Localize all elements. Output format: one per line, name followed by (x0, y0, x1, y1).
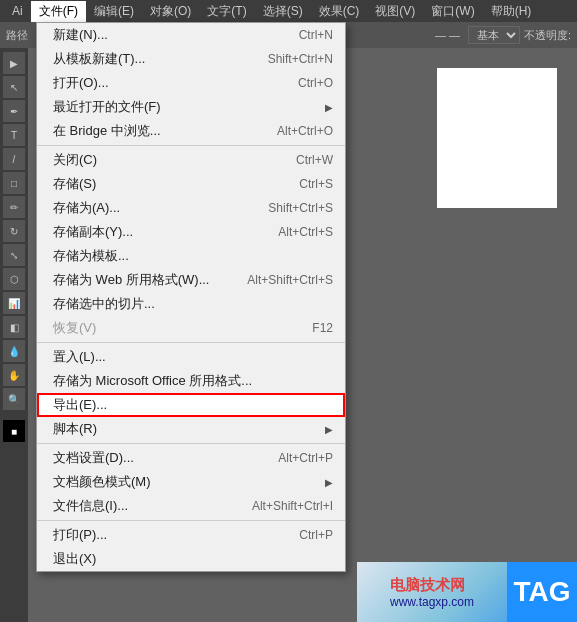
menu-item-open-shortcut: Ctrl+O (298, 76, 333, 90)
watermark-text2: www.tagxp.com (390, 595, 474, 609)
menu-item-new-shortcut: Ctrl+N (299, 28, 333, 42)
menu-item-save-slices-label: 存储选中的切片... (53, 295, 155, 313)
menu-item-save-copy[interactable]: 存储副本(Y)... Alt+Ctrl+S (37, 220, 345, 244)
menu-item-scripts-label: 脚本(R) (53, 420, 97, 438)
tool-scale[interactable]: ⤡ (3, 244, 25, 266)
separator-2 (37, 342, 345, 343)
watermark: 电脑技术网 www.tagxp.com TAG (357, 562, 577, 622)
menu-item-export-label: 导出(E)... (53, 396, 107, 414)
menu-item-recent-label: 最近打开的文件(F) (53, 98, 161, 116)
tool-pen[interactable]: ✒ (3, 100, 25, 122)
toolbar-mode-label: — — (435, 29, 460, 41)
menu-item-close[interactable]: 关闭(C) Ctrl+W (37, 148, 345, 172)
menu-item-scripts[interactable]: 脚本(R) ▶ (37, 417, 345, 441)
menu-item-file-info[interactable]: 文件信息(I)... Alt+Shift+Ctrl+I (37, 494, 345, 518)
submenu-arrow-colormode: ▶ (325, 477, 333, 488)
tool-gradient[interactable]: ◧ (3, 316, 25, 338)
toolbar-opacity-label: 不透明度: (524, 28, 571, 43)
menu-item-save-as-label: 存储为(A)... (53, 199, 120, 217)
menu-item-color-mode[interactable]: 文档颜色模式(M) ▶ (37, 470, 345, 494)
file-menu-dropdown: 新建(N)... Ctrl+N 从模板新建(T)... Shift+Ctrl+N… (36, 22, 346, 572)
tool-blend[interactable]: ⬡ (3, 268, 25, 290)
menu-item-open-label: 打开(O)... (53, 74, 109, 92)
menu-item-file-info-shortcut: Alt+Shift+Ctrl+I (252, 499, 333, 513)
tool-hand[interactable]: ✋ (3, 364, 25, 386)
menu-item-new[interactable]: 新建(N)... Ctrl+N (37, 23, 345, 47)
menu-item-doc-setup-shortcut: Alt+Ctrl+P (278, 451, 333, 465)
tool-zoom[interactable]: 🔍 (3, 388, 25, 410)
tool-graph[interactable]: 📊 (3, 292, 25, 314)
menu-edit[interactable]: 编辑(E) (86, 1, 142, 22)
toolbar-path-label: 路径 (6, 28, 28, 43)
menu-select[interactable]: 选择(S) (255, 1, 311, 22)
menu-item-save-office[interactable]: 存储为 Microsoft Office 所用格式... (37, 369, 345, 393)
menu-item-save-copy-label: 存储副本(Y)... (53, 223, 133, 241)
menu-item-save-as-shortcut: Shift+Ctrl+S (268, 201, 333, 215)
menu-file[interactable]: 文件(F) (31, 1, 86, 22)
tool-select[interactable]: ▶ (3, 52, 25, 74)
menu-item-bridge[interactable]: 在 Bridge 中浏览... Alt+Ctrl+O (37, 119, 345, 143)
menu-item-quit-label: 退出(X) (53, 550, 96, 568)
submenu-arrow-recent: ▶ (325, 102, 333, 113)
menu-item-new-template-label: 从模板新建(T)... (53, 50, 145, 68)
menu-view[interactable]: 视图(V) (367, 1, 423, 22)
menu-text[interactable]: 文字(T) (199, 1, 254, 22)
menu-item-color-mode-label: 文档颜色模式(M) (53, 473, 151, 491)
watermark-tag: TAG (507, 562, 577, 622)
menu-item-file-info-label: 文件信息(I)... (53, 497, 128, 515)
menu-item-print-shortcut: Ctrl+P (299, 528, 333, 542)
menu-item-place-label: 置入(L)... (53, 348, 106, 366)
menu-help[interactable]: 帮助(H) (483, 1, 540, 22)
menu-item-close-label: 关闭(C) (53, 151, 97, 169)
tool-direct-select[interactable]: ↖ (3, 76, 25, 98)
separator-4 (37, 520, 345, 521)
menu-item-new-template[interactable]: 从模板新建(T)... Shift+Ctrl+N (37, 47, 345, 71)
menu-item-revert-label: 恢复(V) (53, 319, 96, 337)
tool-line[interactable]: / (3, 148, 25, 170)
menu-item-doc-setup-label: 文档设置(D)... (53, 449, 134, 467)
toolbar-mode-select[interactable]: 基本 (468, 26, 520, 44)
tool-brush[interactable]: ✏ (3, 196, 25, 218)
menu-item-save-as[interactable]: 存储为(A)... Shift+Ctrl+S (37, 196, 345, 220)
menu-item-save-web-shortcut: Alt+Shift+Ctrl+S (247, 273, 333, 287)
tool-eyedrop[interactable]: 💧 (3, 340, 25, 362)
menu-effect[interactable]: 效果(C) (311, 1, 368, 22)
menu-item-save-shortcut: Ctrl+S (299, 177, 333, 191)
menu-object[interactable]: 对象(O) (142, 1, 199, 22)
menu-window[interactable]: 窗口(W) (423, 1, 482, 22)
menu-item-revert-shortcut: F12 (312, 321, 333, 335)
menu-item-save-web[interactable]: 存储为 Web 所用格式(W)... Alt+Shift+Ctrl+S (37, 268, 345, 292)
menu-item-recent[interactable]: 最近打开的文件(F) ▶ (37, 95, 345, 119)
submenu-arrow-scripts: ▶ (325, 424, 333, 435)
menu-item-save[interactable]: 存储(S) Ctrl+S (37, 172, 345, 196)
menu-item-save-label: 存储(S) (53, 175, 96, 193)
tool-rotate[interactable]: ↻ (3, 220, 25, 242)
menu-item-bridge-shortcut: Alt+Ctrl+O (277, 124, 333, 138)
menu-item-save-template-label: 存储为模板... (53, 247, 129, 265)
menu-ai[interactable]: Ai (4, 2, 31, 20)
separator-3 (37, 443, 345, 444)
menu-item-revert[interactable]: 恢复(V) F12 (37, 316, 345, 340)
tool-type[interactable]: T (3, 124, 25, 146)
menu-item-new-label: 新建(N)... (53, 26, 108, 44)
menu-item-new-template-shortcut: Shift+Ctrl+N (268, 52, 333, 66)
menu-item-export[interactable]: 导出(E)... (37, 393, 345, 417)
menu-item-save-copy-shortcut: Alt+Ctrl+S (278, 225, 333, 239)
menu-item-quit[interactable]: 退出(X) (37, 547, 345, 571)
menu-item-save-slices[interactable]: 存储选中的切片... (37, 292, 345, 316)
tool-shape[interactable]: □ (3, 172, 25, 194)
menu-item-place[interactable]: 置入(L)... (37, 345, 345, 369)
left-toolbar: ▶ ↖ ✒ T / □ ✏ ↻ ⤡ ⬡ 📊 ◧ 💧 ✋ 🔍 ■ (0, 48, 28, 622)
menu-item-open[interactable]: 打开(O)... Ctrl+O (37, 71, 345, 95)
menu-item-doc-setup[interactable]: 文档设置(D)... Alt+Ctrl+P (37, 446, 345, 470)
canvas-document (437, 68, 557, 208)
menu-item-save-web-label: 存储为 Web 所用格式(W)... (53, 271, 209, 289)
menu-item-bridge-label: 在 Bridge 中浏览... (53, 122, 161, 140)
menu-item-print-label: 打印(P)... (53, 526, 107, 544)
menu-item-close-shortcut: Ctrl+W (296, 153, 333, 167)
menu-item-save-office-label: 存储为 Microsoft Office 所用格式... (53, 372, 252, 390)
tool-fill[interactable]: ■ (3, 420, 25, 442)
menu-item-print[interactable]: 打印(P)... Ctrl+P (37, 523, 345, 547)
menu-item-save-template[interactable]: 存储为模板... (37, 244, 345, 268)
separator-1 (37, 145, 345, 146)
